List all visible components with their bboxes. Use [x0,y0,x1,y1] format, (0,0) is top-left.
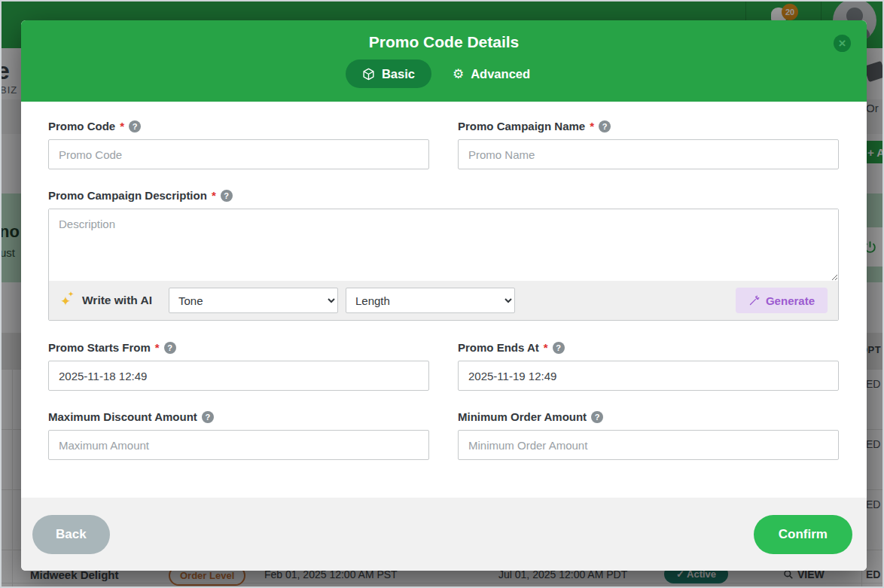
write-with-ai-label: Write with AI [82,294,152,307]
required-asterisk: * [155,341,160,354]
ends-at-label: Promo Ends At [458,341,539,354]
generate-button-label: Generate [766,294,815,307]
promo-admin-page: { "modal": { "title": "Promo Code Detail… [0,0,884,588]
campaign-name-input[interactable] [458,139,839,169]
tone-select[interactable]: Tone [169,288,338,313]
magic-wand-icon [748,295,760,306]
tab-basic[interactable]: Basic [346,59,431,88]
back-button[interactable]: Back [32,515,110,554]
tab-advanced-label: Advanced [471,67,530,81]
write-with-ai-bar: ✦✦ Write with AI Tone Length Generate [49,281,838,320]
generate-button[interactable]: Generate [736,288,828,313]
modal-body: Promo Code * ? Promo Campaign Name * ? P… [21,102,867,498]
description-label: Promo Campaign Description [48,189,207,202]
min-order-label: Minimum Order Amount [458,410,587,423]
starts-from-input[interactable] [48,361,429,391]
gear-icon: ⚙ [453,68,464,81]
help-icon[interactable]: ? [553,342,565,354]
ends-at-field-group: Promo Ends At * ? [458,341,839,391]
confirm-button[interactable]: Confirm [754,515,852,554]
help-icon[interactable]: ? [221,190,233,202]
modal-footer: Back Confirm [21,498,867,571]
modal-title: Promo Code Details [21,20,867,51]
promo-code-input[interactable] [48,139,429,169]
starts-from-label: Promo Starts From [48,341,151,354]
modal-header: Promo Code Details Basic ⚙ Advanced × [21,20,867,102]
description-textarea[interactable] [49,209,838,281]
promo-code-field-group: Promo Code * ? [48,120,429,169]
promo-code-label: Promo Code [48,120,115,133]
min-order-field-group: Minimum Order Amount ? [458,410,839,460]
min-order-input[interactable] [458,430,839,460]
help-icon[interactable]: ? [591,411,603,423]
campaign-name-field-group: Promo Campaign Name * ? [458,120,839,169]
ends-at-input[interactable] [458,361,839,391]
required-asterisk: * [544,341,548,354]
modal-tabs: Basic ⚙ Advanced [21,59,867,88]
close-icon[interactable]: × [834,35,851,52]
help-icon[interactable]: ? [164,342,176,354]
campaign-name-label: Promo Campaign Name [458,120,585,133]
starts-from-field-group: Promo Starts From * ? [48,341,429,391]
help-icon[interactable]: ? [129,120,141,133]
tab-advanced[interactable]: ⚙ Advanced [440,59,542,88]
max-discount-field-group: Maximum Discount Amount ? [48,410,429,460]
help-icon[interactable]: ? [599,120,611,133]
required-asterisk: * [212,189,216,202]
max-discount-input[interactable] [48,430,429,460]
promo-code-details-modal: Promo Code Details Basic ⚙ Advanced × Pr… [21,20,867,571]
tab-basic-label: Basic [382,67,415,81]
description-container: ✦✦ Write with AI Tone Length Generate [48,209,839,321]
required-asterisk: * [590,120,594,133]
max-discount-label: Maximum Discount Amount [48,410,197,423]
required-asterisk: * [120,120,124,133]
help-icon[interactable]: ? [202,411,214,423]
sparkles-icon: ✦✦ [59,292,75,309]
cube-icon [362,68,375,81]
length-select[interactable]: Length [346,288,515,313]
